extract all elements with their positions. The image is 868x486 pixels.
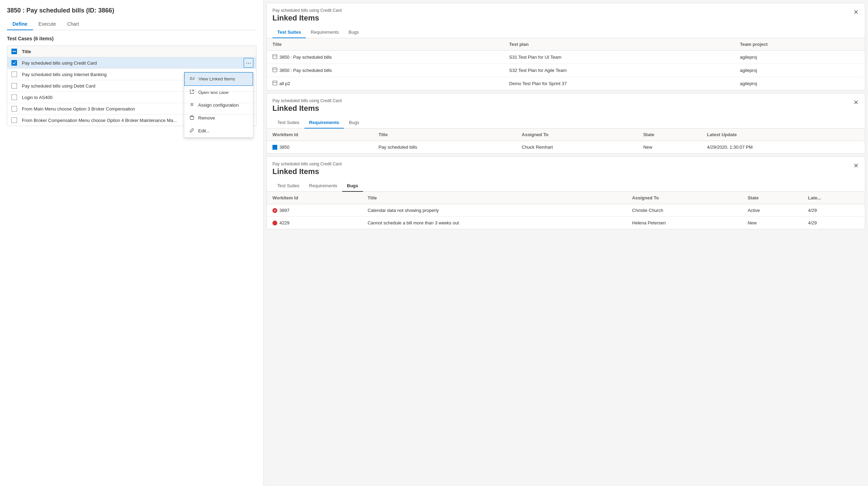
panel-tabs-2: Test Suites Requirements Bugs [267,117,865,129]
row-cell: 3850 : Pay scheduled bills [279,55,332,60]
tab-test-suites-3[interactable]: Test Suites [272,180,304,192]
workitem-id-text-bug2: 4229 [279,220,289,225]
row-checkbox-4[interactable] [11,94,17,100]
tab-requirements-2[interactable]: Requirements [304,117,344,129]
close-button-3[interactable]: ✕ [851,161,861,171]
panel-header-3: Pay scheduled bills using Credit Card Li… [267,157,865,176]
workitem-id-cell-bug2: 4229 [272,220,356,225]
row-cell: Christie Church [626,204,742,217]
panel-header-1: Pay scheduled bills using Credit Card Li… [267,3,865,23]
row-cell: agileproj [734,64,865,77]
tab-requirements-3[interactable]: Requirements [304,180,342,192]
table-wrapper-1: Title Test plan Team project 3850 : Pay [267,38,865,90]
th-title-3: Title [362,192,626,204]
svg-point-11 [274,209,276,212]
page-title: 3850 : Pay scheduled bills (ID: 3866) [7,7,256,14]
th-latest-2: Latest Update [701,129,865,141]
row-cell: S31 Test Plan for UI Team [504,51,734,64]
left-panel: 3850 : Pay scheduled bills (ID: 3866) De… [0,0,264,486]
tab-bugs-1[interactable]: Bugs [344,27,364,38]
panel-header-2: Pay scheduled bills using Credit Card Li… [267,93,865,113]
bug-icon-2 [272,221,277,225]
row-cell: Helena Petersen [626,217,742,229]
right-panel: Pay scheduled bills using Credit Card Li… [264,0,868,486]
row-cell: agileproj [734,77,865,90]
row-cell: S32 Test Plan for Agile Team [504,64,734,77]
panel-title-1: Linked Items [272,14,859,23]
panel-table-3: WorkItem Id Title Assigned To State Late… [267,192,865,229]
th-title-2: Title [373,129,516,141]
row-cell: Pay scheduled bills [373,141,516,154]
suite-icon [272,54,277,60]
table-row: 4229 Cannot schedule a bill more than 3 … [267,217,865,229]
workitem-id-cell: 3850 [272,145,368,150]
panel-subtitle-3: Pay scheduled bills using Credit Card [272,162,859,166]
table-row: 3897 Calendar data not showing properly … [267,204,865,217]
panel-tabs-3: Test Suites Requirements Bugs [267,180,865,192]
row-checkbox-5[interactable] [11,106,17,112]
table-row[interactable]: Login to AS400 [7,92,256,103]
row-text-6: From Broker Compensation Menu choose Opt… [22,118,252,123]
suite-icon [272,81,277,87]
th-teamproject-1: Team project [734,38,865,51]
row-cell: Calendar data not showing properly [362,204,626,217]
row-cell: Demo Test Plan for Sprint 37 [504,77,734,90]
bug-icon-1 [272,208,277,213]
th-assigned-3: Assigned To [626,192,742,204]
row-checkbox-3[interactable] [11,83,17,89]
svg-rect-5 [273,55,277,59]
row-cell: 4/29/2020, 1:30:07 PM [701,141,865,154]
tab-test-suites-2[interactable]: Test Suites [272,117,304,129]
workitem-icon-blue [272,145,277,150]
column-title-header: Title [22,49,252,54]
svg-rect-7 [273,68,277,72]
tab-test-suites-1[interactable]: Test Suites [272,27,306,38]
select-all-checkbox[interactable] [11,49,17,54]
th-workitem-2: WorkItem Id [267,129,373,141]
edit-icon [189,128,195,134]
workitem-id-text: 3850 [279,145,289,150]
svg-rect-9 [273,81,277,85]
table-wrapper-3: WorkItem Id Title Assigned To State Late… [267,192,865,229]
row-cell: New [742,217,802,229]
table-row: 3850 Pay scheduled bills Chuck Reinhart … [267,141,865,154]
panel-subtitle-1: Pay scheduled bills using Credit Card [272,8,859,13]
tab-chart[interactable]: Chart [61,18,84,30]
table-row[interactable]: From Main Menu choose Option 3 Broker Co… [7,103,256,115]
table-row[interactable]: Pay scheduled bills using Credit Card ⋯ … [7,57,256,69]
row-actions-1: ⋯ View Linked Items Open test case [244,58,253,68]
workitem-id-cell-bug1: 3897 [272,208,356,213]
table-row[interactable]: From Broker Compensation Menu choose Opt… [7,115,256,126]
row-text-1: Pay scheduled bills using Credit Card [22,60,252,66]
ellipsis-button-1[interactable]: ⋯ [244,58,253,68]
workitem-id-text-bug1: 3897 [279,208,289,213]
close-button-1[interactable]: ✕ [851,7,861,17]
row-checkbox-1[interactable] [11,60,17,66]
nav-tabs: Define Execute Chart [7,18,256,30]
tab-bugs-2[interactable]: Bugs [344,117,364,129]
tab-requirements-1[interactable]: Requirements [306,27,344,38]
row-checkbox-6[interactable] [11,117,17,123]
tab-bugs-3[interactable]: Bugs [342,180,363,192]
tab-define[interactable]: Define [7,18,33,30]
row-cell: all p2 [279,81,290,86]
row-text-3: Pay scheduled bills using Debit Card [22,83,252,89]
row-cell: New [638,141,701,154]
table-row: 3850 : Pay scheduled bills S31 Test Plan… [267,51,865,64]
test-cases-table: Title Pay scheduled bills using Credit C… [7,46,256,126]
row-cell: 4/29 [802,204,865,217]
row-cell: Cannot schedule a bill more than 3 weeks… [362,217,626,229]
tab-execute[interactable]: Execute [33,18,62,30]
row-checkbox-2[interactable] [11,72,17,77]
close-button-2[interactable]: ✕ [851,98,861,107]
table-row[interactable]: Pay scheduled bills using Debit Card [7,80,256,92]
suite-icon [272,67,277,73]
th-testplan-1: Test plan [504,38,734,51]
row-cell: 4/29 [802,217,865,229]
menu-item-edit[interactable]: Edit... [184,124,253,137]
panel-table-2: WorkItem Id Title Assigned To State Late… [267,129,865,153]
table-row[interactable]: Pay scheduled bills using Internet Banki… [7,69,256,80]
table-row: 3850 : Pay scheduled bills S32 Test Plan… [267,64,865,77]
row-text-4: Login to AS400 [22,95,252,100]
menu-item-edit-label: Edit... [198,128,210,133]
